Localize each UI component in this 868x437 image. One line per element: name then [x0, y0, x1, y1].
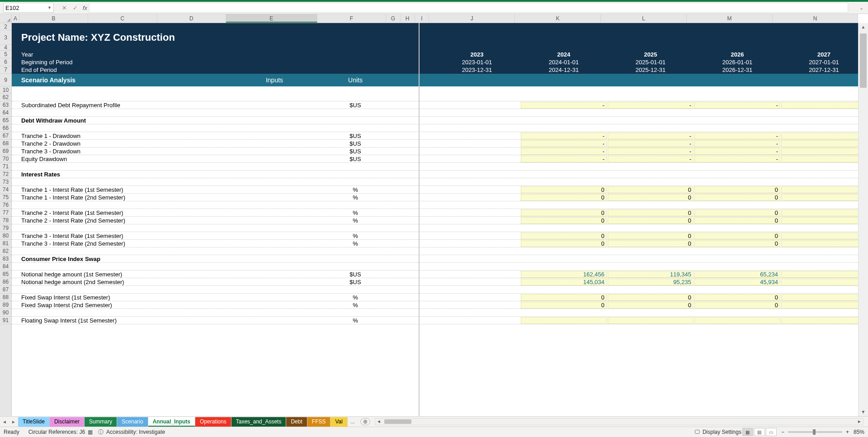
- grid[interactable]: Project Name: XYZ ConstructionYearBeginn…: [12, 23, 858, 416]
- hscroll-right-icon[interactable]: ►: [856, 418, 863, 425]
- view-page-layout-button[interactable]: ▤: [754, 428, 765, 436]
- scroll-up-icon[interactable]: ▲: [859, 23, 868, 31]
- col-header-A[interactable]: A: [12, 14, 19, 23]
- col-header-M[interactable]: M: [687, 14, 773, 23]
- cell-N80[interactable]: [781, 233, 858, 239]
- cell-K88[interactable]: 0: [521, 294, 607, 301]
- formula-input[interactable]: [89, 3, 848, 13]
- sheet-tab-summary[interactable]: Summary: [85, 417, 117, 427]
- cell-K67[interactable]: -: [521, 133, 607, 139]
- col-header-H[interactable]: H: [401, 14, 415, 23]
- cell-M88[interactable]: 0: [694, 294, 780, 301]
- cell-L75[interactable]: 0: [608, 194, 693, 201]
- cell-N86[interactable]: [781, 279, 858, 285]
- row-header-10[interactable]: 10: [0, 86, 11, 94]
- cell-K85[interactable]: 162,456: [521, 271, 607, 278]
- cell-K86[interactable]: 145,034: [521, 279, 607, 285]
- cell-M77[interactable]: 0: [694, 209, 780, 216]
- name-box-arrow-icon[interactable]: ▼: [47, 5, 52, 10]
- row-header-63[interactable]: 63: [0, 101, 11, 109]
- cell-L68[interactable]: -: [608, 140, 693, 147]
- cell-L86[interactable]: 95,235: [608, 279, 693, 285]
- row-header-83[interactable]: 83: [0, 255, 11, 263]
- cell-N77[interactable]: [781, 209, 858, 216]
- row-header-78[interactable]: 78: [0, 217, 11, 224]
- zoom-in-button[interactable]: +: [846, 429, 849, 435]
- cell-N91[interactable]: [781, 317, 858, 324]
- cell-M69[interactable]: -: [694, 148, 780, 155]
- col-header-C[interactable]: C: [88, 14, 157, 23]
- col-header-B[interactable]: B: [19, 14, 88, 23]
- row-header-82[interactable]: 82: [0, 247, 11, 255]
- cell-N63[interactable]: [781, 102, 858, 109]
- hscroll-left-icon[interactable]: ◄: [375, 418, 382, 425]
- row-header-91[interactable]: 91: [0, 317, 11, 324]
- cell-M86[interactable]: 45,934: [694, 279, 780, 285]
- col-header-G[interactable]: G: [386, 14, 401, 23]
- row-header-84[interactable]: 84: [0, 263, 11, 271]
- row-header-65[interactable]: 65: [0, 117, 11, 124]
- cell-N78[interactable]: [781, 217, 858, 224]
- row-header-71[interactable]: 71: [0, 163, 11, 171]
- col-header-F[interactable]: F: [317, 14, 386, 23]
- cell-K91[interactable]: [521, 317, 607, 324]
- cell-K63[interactable]: -: [521, 102, 607, 109]
- cell-M91[interactable]: [694, 317, 780, 324]
- row-header-79[interactable]: 79: [0, 224, 11, 232]
- row-header-89[interactable]: 89: [0, 301, 11, 309]
- cell-L91[interactable]: [608, 317, 693, 324]
- view-page-break-button[interactable]: ▭: [766, 428, 777, 436]
- row-header-4[interactable]: 4: [0, 45, 11, 51]
- cell-L74[interactable]: 0: [608, 186, 693, 193]
- tab-nav-prev-icon[interactable]: ◄: [0, 419, 9, 424]
- cell-K74[interactable]: 0: [521, 186, 607, 193]
- sheet-tab-debt[interactable]: Debt: [286, 417, 307, 427]
- cell-M80[interactable]: 0: [694, 233, 780, 239]
- row-header-75[interactable]: 75: [0, 194, 11, 201]
- row-header-73[interactable]: 73: [0, 178, 11, 186]
- hscroll-thumb[interactable]: [384, 419, 411, 424]
- tabs-more[interactable]: ...: [348, 418, 358, 425]
- zoom-knob[interactable]: [813, 429, 816, 435]
- cell-N67[interactable]: [781, 133, 858, 139]
- row-header-76[interactable]: 76: [0, 201, 11, 209]
- cell-K68[interactable]: -: [521, 140, 607, 147]
- cell-L78[interactable]: 0: [608, 217, 693, 224]
- cell-K81[interactable]: 0: [521, 240, 607, 247]
- row-header-5[interactable]: 5: [0, 51, 11, 58]
- cell-M70[interactable]: -: [694, 156, 780, 162]
- cell-M78[interactable]: 0: [694, 217, 780, 224]
- cell-K77[interactable]: 0: [521, 209, 607, 216]
- row-headers[interactable]: 2345679106263646566676869707172737475767…: [0, 23, 12, 416]
- cell-N85[interactable]: [781, 271, 858, 278]
- row-header-69[interactable]: 69: [0, 147, 11, 155]
- macro-record-icon[interactable]: ▦: [88, 429, 93, 435]
- row-header-72[interactable]: 72: [0, 171, 11, 178]
- row-header-77[interactable]: 77: [0, 209, 11, 217]
- col-header-L[interactable]: L: [601, 14, 687, 23]
- cell-N81[interactable]: [781, 240, 858, 247]
- row-header-74[interactable]: 74: [0, 186, 11, 194]
- formula-cancel-icon[interactable]: ✕: [60, 5, 68, 11]
- cell-K75[interactable]: 0: [521, 194, 607, 201]
- cell-L88[interactable]: 0: [608, 294, 693, 301]
- cell-M63[interactable]: -: [694, 102, 780, 109]
- add-sheet-button[interactable]: ⊕: [360, 418, 370, 425]
- tab-nav-next-icon[interactable]: ►: [9, 419, 18, 424]
- sheet-tab-operations[interactable]: Operations: [195, 417, 231, 427]
- row-header-2[interactable]: 2: [0, 23, 11, 30]
- cell-M85[interactable]: 65,234: [694, 271, 780, 278]
- cell-K69[interactable]: -: [521, 148, 607, 155]
- scroll-down-icon[interactable]: ▼: [859, 408, 868, 416]
- cell-M68[interactable]: -: [694, 140, 780, 147]
- col-header-K[interactable]: K: [515, 14, 601, 23]
- col-header-E[interactable]: E: [226, 14, 317, 23]
- formula-expand-icon[interactable]: ⌄: [857, 5, 865, 11]
- cell-L81[interactable]: 0: [608, 240, 693, 247]
- display-settings-icon[interactable]: 🖵: [694, 429, 700, 435]
- col-header-N[interactable]: N: [773, 14, 858, 23]
- row-header-6[interactable]: 6: [0, 58, 11, 66]
- vscroll-track[interactable]: [859, 31, 868, 408]
- row-header-68[interactable]: 68: [0, 140, 11, 147]
- sheet-tab-disclaimer[interactable]: Disclaimer: [50, 417, 85, 427]
